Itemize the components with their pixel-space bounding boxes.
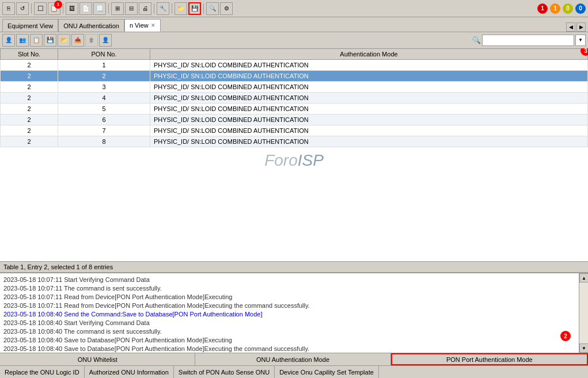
scroll-down-btn[interactable]: ▼ — [579, 343, 588, 353]
toolbar-sep-6 — [203, 3, 204, 14]
bottom-tab-whitelist[interactable]: ONU Whitelist — [0, 353, 195, 365]
cell-pon: 2 — [58, 71, 150, 82]
search-input[interactable] — [482, 35, 574, 46]
badge-3-col: 3 — [581, 48, 588, 56]
log-line: 2023-05-18 10:08:40 Send the Command:Sav… — [3, 310, 576, 319]
cell-slot: 2 — [1, 114, 58, 125]
tb2-btn-3[interactable]: 📋 — [30, 34, 43, 47]
toolbar-btn-3[interactable]: ☐ — [34, 2, 47, 15]
bottom-nav-tabs: Replace the ONU Logic ID Authorized ONU … — [0, 365, 588, 378]
cell-auth: PHYSIC_ID/ SN:LOID COMBINED AUTHENTICATI… — [150, 93, 588, 104]
toolbar-sep-3 — [108, 3, 109, 14]
log-line: 2023-05-18 10:08:40 Save to Database[PON… — [3, 345, 576, 353]
status-bar: Table 1, Entry 2, selected 1 of 8 entrie… — [0, 261, 588, 272]
bottom-nav-device[interactable]: Device Onu Capility Set Template — [275, 366, 379, 378]
search-box: 🔍 ▼ — [472, 35, 586, 46]
cell-slot: 2 — [1, 104, 58, 114]
table-section: Slot No. PON No. Authentication Mode 3 2… — [0, 48, 588, 261]
toolbar-btn-10[interactable]: 🖨 — [139, 2, 151, 15]
table-row[interactable]: 23PHYSIC_ID/ SN:LOID COMBINED AUTHENTICA… — [1, 82, 588, 93]
table-row[interactable]: 28PHYSIC_ID/ SN:LOID COMBINED AUTHENTICA… — [1, 136, 588, 147]
toolbar-btn-14[interactable]: 🔍 — [206, 2, 219, 15]
cell-slot: 2 — [1, 125, 58, 136]
cell-auth: PHYSIC_ID/ SN:LOID COMBINED AUTHENTICATI… — [150, 125, 588, 136]
bottom-tabs: ONU Whitelist ONU Authentication Mode PO… — [0, 353, 588, 365]
toolbar-btn-15[interactable]: ⚙ — [220, 2, 233, 15]
status-text: Table 1, Entry 2, selected 1 of 8 entrie… — [3, 264, 113, 270]
cell-auth: PHYSIC_ID/ SN:LOID COMBINED AUTHENTICATI… — [150, 114, 588, 125]
main-table: Slot No. PON No. Authentication Mode 3 2… — [0, 48, 588, 147]
bottom-tab-auth-mode[interactable]: ONU Authentication Mode — [195, 353, 390, 365]
log-line: 2023-05-18 10:08:40 Save to Database[PON… — [3, 336, 576, 345]
toolbar-btn-12[interactable]: 📁 — [174, 2, 187, 15]
log-line: 2023-05-18 10:07:11 The command is sent … — [3, 284, 576, 293]
secondary-toolbar: 👤 👥 📋 💾 📂 📤 🗑 👤 🔍 ▼ — [0, 32, 588, 48]
cell-slot: 2 — [1, 71, 58, 82]
bottom-nav-replace[interactable]: Replace the ONU Logic ID — [0, 366, 85, 378]
tab-nav-next[interactable]: ▶ — [576, 22, 586, 32]
toolbar-btn-8[interactable]: ⊞ — [111, 2, 124, 15]
badge-blue: 0 — [575, 3, 586, 14]
tb2-btn-8[interactable]: 👤 — [99, 34, 112, 47]
toolbar-sep-1 — [31, 3, 32, 14]
log-area: 2023-05-18 10:07:11 Start Verifying Comm… — [0, 272, 588, 353]
tb2-btn-5[interactable]: 📂 — [58, 34, 70, 47]
tab-n-view-label: n View — [130, 22, 149, 29]
log-line: 2023-05-18 10:08:40 The command is sent … — [3, 327, 576, 336]
cell-pon: 7 — [58, 125, 150, 136]
search-icon: 🔍 — [472, 36, 481, 44]
toolbar-btn-7[interactable]: 📃 — [93, 2, 106, 15]
tb2-btn-1[interactable]: 👤 — [2, 34, 15, 47]
table-row[interactable]: 27PHYSIC_ID/ SN:LOID COMBINED AUTHENTICA… — [1, 125, 588, 136]
scroll-track — [579, 282, 588, 343]
toolbar-btn-2[interactable]: ↺ — [16, 2, 29, 15]
log-line: 2023-05-18 10:08:40 Start Verifying Comm… — [3, 319, 576, 327]
cell-pon: 6 — [58, 114, 150, 125]
cell-slot: 2 — [1, 60, 58, 71]
tab-equipment-view-label: Equipment View — [7, 22, 53, 29]
toolbar-btn-5[interactable]: 🖼 — [66, 2, 78, 15]
tb2-btn-6[interactable]: 📤 — [71, 34, 84, 47]
tab-close-icon[interactable]: ✕ — [151, 22, 155, 28]
log-line: 2023-05-18 10:07:11 Read from Device[PON… — [3, 301, 576, 310]
cell-auth: PHYSIC_ID/ SN:LOID COMBINED AUTHENTICATI… — [150, 71, 588, 82]
cell-auth: PHYSIC_ID/ SN:LOID COMBINED AUTHENTICATI… — [150, 136, 588, 147]
toolbar-btn-6[interactable]: 📄 — [79, 2, 92, 15]
tab-onu-authentication[interactable]: ONU Authentication — [58, 19, 124, 32]
toolbar-sep-4 — [154, 3, 154, 14]
toolbar-sep-5 — [172, 3, 172, 14]
table-row[interactable]: 25PHYSIC_ID/ SN:LOID COMBINED AUTHENTICA… — [1, 104, 588, 114]
cell-slot: 2 — [1, 82, 58, 93]
scroll-up-btn[interactable]: ▲ — [579, 273, 588, 282]
tb2-btn-4[interactable]: 💾 — [44, 34, 56, 47]
cell-pon: 8 — [58, 136, 150, 147]
main-toolbar: ⎘ ↺ ☐ 📋 1 🖼 📄 📃 ⊞ ⊟ 🖨 🔧 📁 💾 🔍 ⚙ 1 1 0 0 — [0, 0, 588, 17]
tab-n-view[interactable]: n View ✕ — [124, 19, 161, 32]
tab-nav-prev[interactable]: ◀ — [566, 22, 575, 32]
tb2-btn-2[interactable]: 👥 — [16, 34, 29, 47]
search-dropdown[interactable]: ▼ — [575, 35, 586, 46]
bottom-tab-pon-auth[interactable]: PON Port Authentication Mode — [391, 353, 588, 365]
tab-equipment-view[interactable]: Equipment View — [2, 19, 58, 32]
bottom-nav-switch[interactable]: Switch of PON Auto Sense ONU — [174, 366, 275, 378]
toolbar-btn-1[interactable]: ⎘ — [2, 2, 15, 15]
col-pon: PON No. — [58, 49, 150, 60]
bottom-nav-authorized[interactable]: Authorized ONU Information — [85, 366, 174, 378]
tb2-btn-7[interactable]: 🗑 — [85, 34, 98, 47]
table-inner: Slot No. PON No. Authentication Mode 3 2… — [0, 48, 588, 261]
table-row[interactable]: 24PHYSIC_ID/ SN:LOID COMBINED AUTHENTICA… — [1, 93, 588, 104]
watermark: ForoISP — [264, 151, 324, 170]
log-scrollbar: ▲ ▼ — [579, 273, 588, 353]
table-row[interactable]: 26PHYSIC_ID/ SN:LOID COMBINED AUTHENTICA… — [1, 114, 588, 125]
toolbar-btn-11[interactable]: 🔧 — [157, 2, 169, 15]
table-row[interactable]: 21PHYSIC_ID/ SN:LOID COMBINED AUTHENTICA… — [1, 60, 588, 71]
log-line: 2023-05-18 10:07:11 Read from Device[PON… — [3, 293, 576, 301]
table-row[interactable]: 22PHYSIC_ID/ SN:LOID COMBINED AUTHENTICA… — [1, 71, 588, 82]
toolbar-btn-4[interactable]: 📋 1 — [48, 2, 60, 15]
badge-1: 1 — [54, 1, 62, 9]
toolbar-btn-13[interactable]: 💾 — [188, 2, 201, 15]
cell-pon: 4 — [58, 93, 150, 104]
tab-nav-right: ◀ ▶ — [566, 22, 586, 32]
toolbar-btn-9[interactable]: ⊟ — [125, 2, 138, 15]
cell-auth: PHYSIC_ID/ SN:LOID COMBINED AUTHENTICATI… — [150, 82, 588, 93]
